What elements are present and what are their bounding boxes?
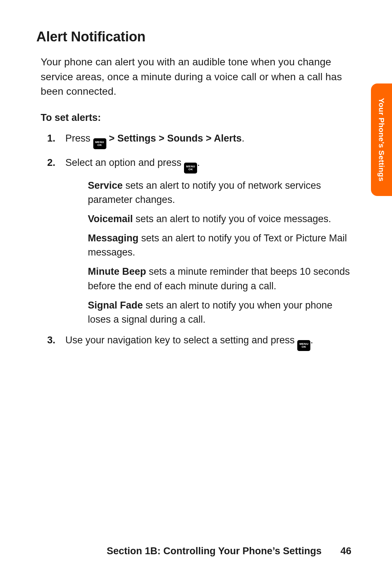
menu-ok-key-icon: MENUOK — [184, 163, 197, 173]
step-item: 2. Select an option and press MENUOK. Se… — [41, 156, 358, 327]
step-item: 1. Press MENUOK > Settings > Sounds > Al… — [41, 131, 358, 149]
definition-term: Minute Beep — [88, 266, 146, 277]
definitions-list: Service sets an alert to notify you of n… — [65, 179, 358, 327]
step-number: 1. — [47, 131, 56, 146]
definition-desc: sets an alert to notify you of voice mes… — [133, 213, 331, 224]
page-footer: Section 1B: Controlling Your Phone’s Set… — [0, 546, 392, 557]
page-title: Alert Notification — [36, 29, 358, 45]
step-text-post: . — [197, 157, 200, 168]
side-tab: Your Phone’s Settings — [371, 83, 392, 196]
definition-term: Signal Fade — [88, 300, 143, 311]
menu-ok-key-icon: MENUOK — [297, 340, 310, 351]
footer-section-label: Section 1B: Controlling Your Phone’s Set… — [107, 546, 322, 557]
definition-term: Service — [88, 180, 123, 191]
side-tab-label: Your Phone’s Settings — [377, 98, 386, 181]
manual-page: Alert Notification Your phone can alert … — [0, 0, 392, 588]
definition-term: Voicemail — [88, 213, 133, 224]
step-number: 2. — [47, 156, 56, 170]
definition-desc: sets an alert to notify you of network s… — [88, 180, 321, 205]
step-number: 3. — [47, 333, 56, 347]
step-text-post: . — [310, 335, 313, 346]
step-text-post: . — [242, 133, 245, 144]
step-text-pre: Use your navigation key to select a sett… — [65, 335, 297, 346]
definition-item: Minute Beep sets a minute reminder that … — [65, 265, 358, 293]
definition-item: Signal Fade sets an alert to notify you … — [65, 298, 358, 327]
steps-list: 1. Press MENUOK > Settings > Sounds > Al… — [41, 131, 358, 351]
menu-ok-key-icon: MENUOK — [93, 138, 106, 149]
step-text-pre: Select an option and press — [65, 157, 184, 168]
step-text-pre: Press — [65, 133, 93, 144]
definition-item: Messaging sets an alert to notify you of… — [65, 231, 358, 260]
definition-term: Messaging — [88, 233, 139, 244]
definition-item: Voicemail sets an alert to notify you of… — [65, 212, 358, 226]
definition-item: Service sets an alert to notify you of n… — [65, 179, 358, 207]
steps-heading: To set alerts: — [41, 112, 358, 123]
footer-page-number: 46 — [340, 546, 351, 557]
step-item: 3. Use your navigation key to select a s… — [41, 333, 358, 351]
intro-paragraph: Your phone can alert you with an audible… — [41, 55, 358, 99]
step-text-nav-path: > Settings > Sounds > Alerts — [106, 133, 242, 144]
